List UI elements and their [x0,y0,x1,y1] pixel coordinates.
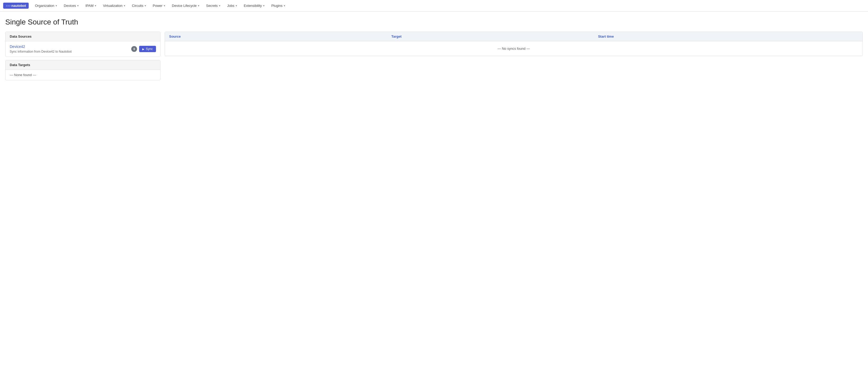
nav-item-power[interactable]: Power ▼ [150,2,168,9]
data-sources-header: Data Sources [5,32,160,41]
chevron-down-icon: ▼ [123,4,126,7]
logo[interactable]: >>> nautobot [3,3,29,9]
chevron-down-icon: ▼ [55,4,58,7]
data-targets-header: Data Targets [5,60,160,70]
nav-item-jobs[interactable]: Jobs ▼ [224,2,240,9]
nav-item-organization[interactable]: Organization ▼ [32,2,60,9]
sync-button-label: Sync [146,47,153,51]
no-syncs-row: — No syncs found — [165,41,863,56]
nav-item-device-lifecycle[interactable]: Device Lifecycle ▼ [169,2,203,9]
nav-item-ipam[interactable]: IPAM ▼ [83,2,99,9]
sync-table-header-row: Source Target Start time [165,32,863,41]
source-actions: 0 ▶ Sync [131,46,156,52]
nav-item-circuits[interactable]: Circuits ▼ [129,2,149,9]
data-targets-card: Data Targets — None found — [5,60,160,80]
right-panel: Source Target Start time — No syncs foun… [165,32,863,56]
chevron-down-icon: ▼ [94,4,97,7]
chevron-down-icon: ▼ [235,4,238,7]
play-icon: ▶ [142,48,145,51]
nav-item-devices[interactable]: Devices ▼ [61,2,82,9]
data-sources-body: Device42 Sync information from Device42 … [5,41,160,57]
nav-item-plugins[interactable]: Plugins ▼ [269,2,288,9]
data-source-row-device42: Device42 Sync information from Device42 … [5,41,160,57]
data-source-name-link[interactable]: Device42 [10,45,71,49]
main-content: Single Source of Truth Data Sources Devi… [0,11,868,87]
navbar: >>> nautobot Organization ▼ Devices ▼ IP… [0,0,868,11]
chevron-down-icon: ▼ [219,4,221,7]
nav-label-secrets: Secrets [206,4,218,8]
nav-item-secrets[interactable]: Secrets ▼ [203,2,223,9]
nav-label-devices: Devices [64,4,76,8]
data-targets-body: — None found — [5,70,160,80]
nav-label-circuits: Circuits [132,4,143,8]
chevron-down-icon: ▼ [163,4,166,7]
data-source-description: Sync information from Device42 to Nautob… [10,50,71,53]
nav-label-ipam: IPAM [86,4,94,8]
data-sources-card: Data Sources Device42 Sync information f… [5,32,160,57]
nav-label-jobs: Jobs [227,4,234,8]
content-layout: Data Sources Device42 Sync information f… [5,32,863,80]
logo-arrows: >>> [6,4,11,7]
nav-label-device-lifecycle: Device Lifecycle [172,4,197,8]
chevron-down-icon: ▼ [197,4,200,7]
chevron-down-icon: ▼ [144,4,147,7]
no-syncs-message: — No syncs found — [165,41,863,56]
nav-label-virtualization: Virtualization [103,4,122,8]
sync-button[interactable]: ▶ Sync [139,46,156,52]
nav-label-power: Power [153,4,162,8]
col-source: Source [165,32,387,41]
page-title: Single Source of Truth [5,18,863,26]
nav-label-organization: Organization [35,4,55,8]
sync-table: Source Target Start time — No syncs foun… [165,32,863,56]
nav-item-extensibility[interactable]: Extensibility ▼ [241,2,268,9]
chevron-down-icon: ▼ [283,4,286,7]
data-source-info: Device42 Sync information from Device42 … [10,45,71,53]
chevron-down-icon: ▼ [77,4,79,7]
nav-label-extensibility: Extensibility [244,4,262,8]
left-panel: Data Sources Device42 Sync information f… [5,32,160,80]
nav-label-plugins: Plugins [271,4,282,8]
logo-name: nautobot [11,4,26,8]
col-target: Target [387,32,594,41]
chevron-down-icon: ▼ [263,4,265,7]
nav-item-virtualization[interactable]: Virtualization ▼ [100,2,128,9]
col-start-time: Start time [594,32,863,41]
sync-count-badge: 0 [131,46,137,52]
data-targets-empty: — None found — [5,70,160,80]
